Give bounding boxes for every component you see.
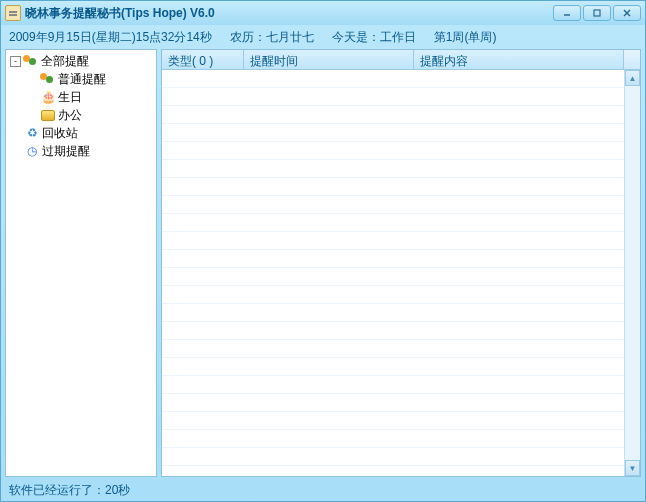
table-row	[162, 88, 624, 106]
app-window: 晓林事务提醒秘书(Tips Hope) V6.0 2009年9月15日(星期二)…	[0, 0, 646, 502]
app-icon	[5, 5, 21, 21]
table-row	[162, 448, 624, 466]
table-row	[162, 142, 624, 160]
table-rows	[162, 70, 624, 476]
table-row	[162, 340, 624, 358]
table-row	[162, 70, 624, 88]
header-scroll-spacer	[624, 50, 640, 70]
maximize-icon	[592, 8, 602, 18]
table-row	[162, 196, 624, 214]
tree-panel[interactable]: - 全部提醒 普通提醒 🎂 生日 办公 ♻ 回收站 ◷ 过期	[5, 49, 157, 477]
table-row	[162, 232, 624, 250]
tree-item-normal[interactable]: 普通提醒	[6, 70, 156, 88]
table-row	[162, 394, 624, 412]
svg-rect-1	[594, 10, 600, 16]
scroll-down-button[interactable]: ▼	[625, 460, 640, 476]
week-label: 第1周(单周)	[434, 29, 497, 46]
tree-label: 办公	[58, 107, 82, 124]
table-row	[162, 106, 624, 124]
tree-item-office[interactable]: 办公	[6, 106, 156, 124]
table-body[interactable]: ▲ ▼	[162, 70, 640, 476]
tree-root-all-reminders[interactable]: - 全部提醒	[6, 52, 156, 70]
datetime-label: 2009年9月15日(星期二)15点32分14秒	[9, 29, 212, 46]
column-time[interactable]: 提醒时间	[244, 50, 414, 70]
status-bar: 软件已经运行了： 20秒	[1, 479, 645, 501]
window-controls	[553, 5, 641, 21]
table-row	[162, 250, 624, 268]
title-bar[interactable]: 晓林事务提醒秘书(Tips Hope) V6.0	[1, 1, 645, 25]
table-row	[162, 268, 624, 286]
tree-label: 生日	[58, 89, 82, 106]
table-row	[162, 322, 624, 340]
table-header: 类型( 0 ) 提醒时间 提醒内容	[162, 50, 640, 70]
tree-label: 回收站	[42, 125, 78, 142]
table-row	[162, 412, 624, 430]
lunar-label: 农历：七月廿七	[230, 29, 314, 46]
content-area: - 全部提醒 普通提醒 🎂 生日 办公 ♻ 回收站 ◷ 过期	[1, 49, 645, 479]
tree-item-recycle[interactable]: ♻ 回收站	[6, 124, 156, 142]
folder-icon	[40, 107, 56, 123]
tree-item-birthday[interactable]: 🎂 生日	[6, 88, 156, 106]
table-row	[162, 376, 624, 394]
column-content[interactable]: 提醒内容	[414, 50, 624, 70]
table-row	[162, 124, 624, 142]
minimize-button[interactable]	[553, 5, 581, 21]
table-row	[162, 286, 624, 304]
column-type[interactable]: 类型( 0 )	[162, 50, 244, 70]
collapse-icon[interactable]: -	[10, 56, 21, 67]
table-row	[162, 430, 624, 448]
scroll-up-button[interactable]: ▲	[625, 70, 640, 86]
table-row	[162, 358, 624, 376]
tree-label: 普通提醒	[58, 71, 106, 88]
maximize-button[interactable]	[583, 5, 611, 21]
people-icon	[40, 71, 56, 87]
table-row	[162, 214, 624, 232]
expired-icon: ◷	[24, 143, 40, 159]
tree-label: 过期提醒	[42, 143, 90, 160]
table-row	[162, 304, 624, 322]
minimize-icon	[562, 8, 572, 18]
close-icon	[622, 8, 632, 18]
cake-icon: 🎂	[40, 89, 56, 105]
status-value: 20秒	[105, 482, 130, 499]
tree-item-expired[interactable]: ◷ 过期提醒	[6, 142, 156, 160]
today-label: 今天是：工作日	[332, 29, 416, 46]
info-bar: 2009年9月15日(星期二)15点32分14秒 农历：七月廿七 今天是：工作日…	[1, 25, 645, 49]
close-button[interactable]	[613, 5, 641, 21]
tree-label: 全部提醒	[41, 53, 89, 70]
table-panel: 类型( 0 ) 提醒时间 提醒内容	[161, 49, 641, 477]
vertical-scrollbar[interactable]: ▲ ▼	[624, 70, 640, 476]
recycle-icon: ♻	[24, 125, 40, 141]
status-label: 软件已经运行了：	[9, 482, 105, 499]
window-title: 晓林事务提醒秘书(Tips Hope) V6.0	[25, 5, 553, 22]
table-row	[162, 160, 624, 178]
people-icon	[23, 53, 39, 69]
table-row	[162, 178, 624, 196]
